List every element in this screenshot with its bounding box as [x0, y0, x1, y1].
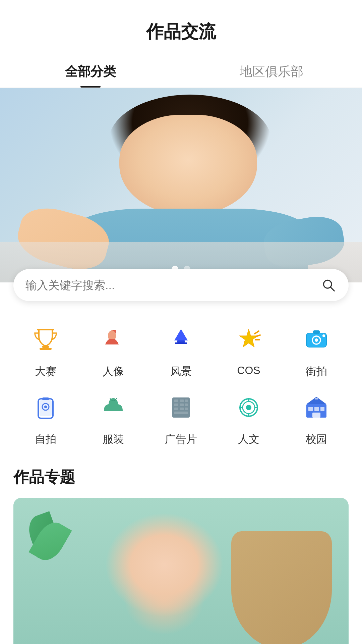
category-grid: 大赛 人像 风景	[13, 321, 349, 447]
artwork-card[interactable]	[13, 498, 349, 644]
svg-rect-3	[40, 348, 52, 350]
svg-rect-43	[308, 407, 313, 411]
svg-rect-25	[174, 399, 178, 402]
svg-rect-28	[174, 404, 178, 406]
humanistic-icon	[230, 389, 267, 426]
category-label-selfie: 自拍	[35, 432, 56, 447]
svg-rect-7	[175, 342, 187, 344]
category-label-cos: COS	[237, 364, 260, 377]
category-label-portrait: 人像	[103, 364, 124, 379]
page-title: 作品交流	[0, 20, 362, 44]
svg-rect-41	[255, 407, 258, 408]
category-label-contest: 大赛	[35, 364, 56, 379]
svg-rect-48	[315, 398, 318, 399]
svg-rect-38	[248, 398, 249, 401]
category-campus[interactable]: 校园	[284, 389, 349, 447]
svg-rect-20	[42, 397, 49, 400]
category-humanistic[interactable]: 人文	[217, 389, 281, 447]
svg-rect-31	[174, 408, 178, 410]
category-label-landscape: 风景	[170, 364, 192, 379]
category-portrait[interactable]: 人像	[81, 321, 145, 379]
svg-rect-6	[177, 340, 185, 342]
svg-rect-46	[312, 413, 320, 418]
category-landscape[interactable]: 风景	[149, 321, 213, 379]
category-contest[interactable]: 大赛	[13, 321, 78, 379]
banner-image	[0, 88, 362, 282]
tabs-container: 全部分类 地区俱乐部	[0, 54, 362, 88]
decorative-plant	[30, 515, 90, 582]
landscape-icon	[163, 321, 199, 358]
svg-marker-5	[174, 329, 188, 340]
tab-all-categories[interactable]: 全部分类	[0, 54, 181, 88]
artwork-section: 作品专题	[0, 453, 362, 644]
banner[interactable]	[0, 88, 362, 282]
category-label-campus: 校园	[306, 432, 327, 447]
svg-rect-34	[174, 412, 188, 414]
selfie-icon	[27, 389, 64, 426]
category-label-street: 街拍	[306, 364, 327, 379]
campus-icon	[298, 389, 335, 426]
trophy-icon	[27, 321, 64, 358]
street-icon	[298, 321, 335, 358]
svg-rect-44	[314, 407, 319, 411]
portrait-icon	[95, 321, 132, 358]
svg-point-17	[322, 334, 325, 337]
category-fashion[interactable]: 服装	[81, 389, 145, 447]
svg-rect-27	[185, 399, 188, 402]
svg-line-1	[330, 287, 334, 291]
svg-line-10	[256, 335, 260, 336]
decorative-guitar	[231, 531, 332, 644]
svg-rect-29	[180, 404, 184, 406]
category-street[interactable]: 街拍	[284, 321, 349, 379]
category-label-ad: 广告片	[165, 432, 197, 447]
svg-point-15	[315, 338, 318, 342]
svg-marker-47	[306, 397, 326, 404]
category-ad[interactable]: 广告片	[149, 389, 213, 447]
svg-rect-40	[239, 407, 243, 408]
ad-icon	[163, 389, 199, 426]
search-button[interactable]	[320, 277, 337, 293]
svg-line-9	[255, 331, 259, 334]
svg-rect-26	[180, 399, 184, 402]
svg-point-22	[44, 406, 47, 408]
cos-icon	[230, 321, 267, 358]
search-icon	[321, 278, 336, 292]
svg-point-37	[246, 405, 251, 410]
search-input[interactable]	[25, 279, 320, 292]
artwork-section-title: 作品专题	[0, 453, 362, 498]
category-cos[interactable]: COS	[217, 321, 281, 379]
category-selfie[interactable]: 自拍	[13, 389, 78, 447]
header: 作品交流	[0, 0, 362, 54]
svg-rect-16	[313, 330, 320, 334]
svg-rect-2	[42, 346, 49, 348]
category-label-humanistic: 人文	[238, 432, 259, 447]
tab-regional-club[interactable]: 地区俱乐部	[181, 54, 362, 88]
search-bar	[13, 269, 349, 301]
search-container	[13, 269, 349, 301]
decorative-face	[119, 115, 257, 215]
svg-rect-33	[185, 408, 188, 410]
artwork-image	[13, 498, 349, 644]
svg-marker-8	[239, 329, 258, 347]
svg-rect-32	[180, 408, 184, 410]
svg-rect-39	[248, 414, 249, 417]
fashion-icon	[95, 389, 132, 426]
category-label-fashion: 服装	[103, 432, 124, 447]
svg-rect-45	[320, 407, 324, 411]
category-section: 大赛 人像 风景	[0, 301, 362, 453]
svg-rect-30	[185, 404, 188, 406]
